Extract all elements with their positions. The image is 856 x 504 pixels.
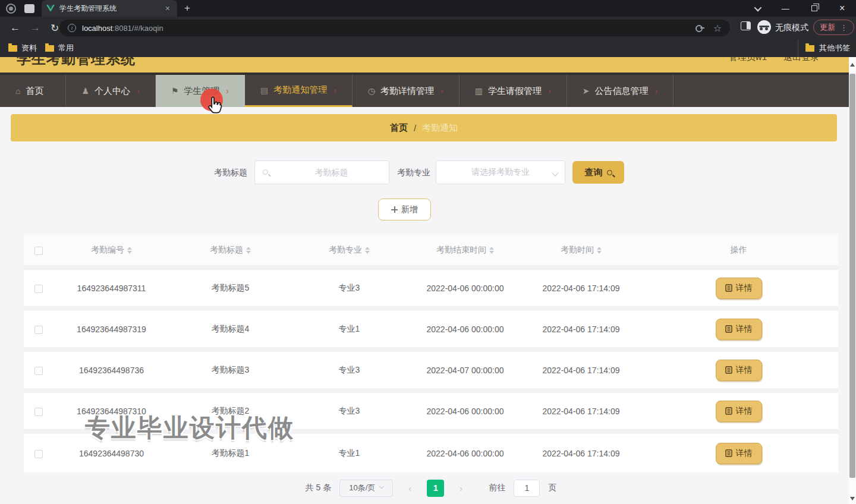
sort-carets-icon[interactable] <box>489 247 494 254</box>
bookmark-label: 资料 <box>21 43 37 53</box>
bookmark-item[interactable]: 资料 <box>8 43 37 53</box>
bookmark-item[interactable]: 常用 <box>45 43 74 53</box>
new-tab-button[interactable]: + <box>184 2 190 14</box>
cell-attendance-id: 164923644987319 <box>54 308 169 349</box>
nav-tab[interactable]: ♟ 个人中心 › <box>66 75 155 107</box>
minimize-button[interactable]: — <box>782 4 789 13</box>
bookmark-star-icon[interactable]: ☆ <box>713 23 722 34</box>
column-header-label: 考勤结束时间 <box>436 245 486 256</box>
major-filter-select[interactable]: 请选择考勤专业 <box>436 160 565 184</box>
tab-title: 学生考勤管理系统 <box>59 4 163 14</box>
other-bookmarks-label: 其他书签 <box>819 43 850 53</box>
logout-link[interactable]: 退出登录 <box>783 57 819 63</box>
table-row: 164923644987319 考勤标题4 专业1 2022-04-06 00:… <box>24 308 838 349</box>
cell-actions: 详情 <box>639 267 838 308</box>
select-all-checkbox[interactable] <box>34 247 43 255</box>
menu-dots-icon[interactable]: ⋮ <box>840 23 848 32</box>
forward-button[interactable]: → <box>30 22 40 34</box>
update-button[interactable]: 更新 ⋮ <box>813 20 854 35</box>
page-unit-label: 页 <box>548 483 556 493</box>
row-checkbox[interactable] <box>34 326 43 334</box>
goto-label: 前往 <box>489 483 505 493</box>
sort-carets-icon[interactable] <box>365 247 370 254</box>
nav-tab[interactable]: ⌂ 首页 <box>0 75 66 107</box>
nav-tab[interactable]: ▥ 学生请假管理 › <box>460 75 567 107</box>
restore-button[interactable] <box>811 5 817 11</box>
back-button[interactable]: ← <box>10 22 20 34</box>
row-checkbox[interactable] <box>34 450 43 458</box>
add-button-label: 新增 <box>401 204 418 215</box>
breadcrumb-home[interactable]: 首页 <box>390 122 408 134</box>
row-checkbox[interactable] <box>34 367 43 375</box>
close-window-button[interactable]: × <box>839 3 845 14</box>
scroll-up-icon[interactable] <box>850 63 855 67</box>
cell-time: 2022-04-06 17:14:09 <box>523 349 639 390</box>
column-header[interactable]: 考勤标题 <box>169 235 291 267</box>
bookmark-label: 常用 <box>58 43 74 53</box>
pinned-tab-icon[interactable] <box>24 4 34 13</box>
announcement-icon: ➤ <box>583 86 590 96</box>
nav-caret-icon: › <box>440 86 443 96</box>
search-icon <box>607 170 612 175</box>
cell-actions: 详情 <box>639 431 838 472</box>
nav-tab[interactable]: ▤ 考勤通知管理 › <box>245 75 353 107</box>
column-header[interactable]: 考勤结束时间 <box>407 235 523 267</box>
user-icon: ♟ <box>81 86 89 96</box>
page-scrollbar[interactable] <box>849 57 856 504</box>
sort-carets-icon[interactable] <box>597 247 602 254</box>
tab-search-icon[interactable] <box>754 4 761 11</box>
column-header[interactable]: 考勤专业 <box>291 235 407 267</box>
url-bar[interactable]: i localhost:8081/#/kaoqin ☆ <box>59 20 730 36</box>
detail-button[interactable]: 详情 <box>716 278 762 299</box>
nav-tab[interactable]: ◷ 考勤详情管理 › <box>353 75 460 107</box>
password-key-icon[interactable] <box>696 24 704 32</box>
detail-button[interactable]: 详情 <box>716 319 762 340</box>
column-header[interactable]: 考勤时间 <box>523 235 639 267</box>
query-button-label: 查询 <box>585 167 603 178</box>
query-button[interactable]: 查询 <box>572 161 624 184</box>
detail-button[interactable]: 详情 <box>716 443 762 464</box>
browser-tab[interactable]: 学生考勤管理系统 × <box>42 0 177 17</box>
scrollbar-thumb[interactable] <box>849 74 855 478</box>
row-select-cell <box>24 308 54 349</box>
column-header[interactable]: 操作 <box>639 235 838 267</box>
browser-logo-icon[interactable] <box>6 4 16 14</box>
cell-major: 专业3 <box>291 267 407 308</box>
cell-major: 专业1 <box>291 308 407 349</box>
cell-actions: 详情 <box>639 349 838 390</box>
title-filter-label: 考勤标题 <box>214 168 247 178</box>
column-header[interactable]: 考勤编号 <box>54 235 169 267</box>
site-info-icon[interactable]: i <box>68 24 76 32</box>
row-checkbox[interactable] <box>34 408 43 416</box>
nav-tab[interactable]: ➤ 公告信息管理 › <box>567 75 674 107</box>
row-checkbox[interactable] <box>34 285 43 293</box>
detail-button[interactable]: 详情 <box>716 360 762 381</box>
breadcrumb-current: 考勤通知 <box>422 122 458 134</box>
message-icon: ▤ <box>260 86 268 95</box>
tab-close-icon[interactable]: × <box>163 4 172 13</box>
scroll-down-icon[interactable] <box>850 497 855 500</box>
next-page-button[interactable]: › <box>452 480 470 497</box>
cell-end-time: 2022-04-06 00:00:00 <box>407 308 523 349</box>
row-select-cell <box>24 390 54 431</box>
page-size-select[interactable]: 10条/页 <box>339 480 393 497</box>
current-page[interactable]: 1 <box>427 480 444 497</box>
nav-tab-label: 个人中心 <box>95 86 130 97</box>
cell-end-time: 2022-04-07 00:00:00 <box>407 349 523 390</box>
flag-icon: ⚑ <box>171 86 179 96</box>
prev-page-button[interactable]: ‹ <box>401 480 418 497</box>
nav-caret-icon: › <box>333 86 336 95</box>
sort-carets-icon[interactable] <box>127 247 132 254</box>
table-row: 16492364498736 考勤标题3 专业3 2022-04-07 00:0… <box>24 349 838 390</box>
add-button[interactable]: 新增 <box>378 199 431 220</box>
sort-carets-icon[interactable] <box>246 247 251 254</box>
other-bookmarks[interactable]: 其他书签 <box>798 39 850 57</box>
refresh-button[interactable]: ↻ <box>51 22 59 34</box>
document-icon <box>725 449 732 457</box>
url-text[interactable]: localhost:8081/#/kaoqin <box>82 24 696 33</box>
detail-button[interactable]: 详情 <box>716 401 762 422</box>
title-filter-input[interactable] <box>276 161 386 184</box>
side-panel-icon[interactable] <box>741 21 751 30</box>
clock-icon: ◷ <box>368 86 375 96</box>
goto-page-input[interactable] <box>514 480 540 497</box>
